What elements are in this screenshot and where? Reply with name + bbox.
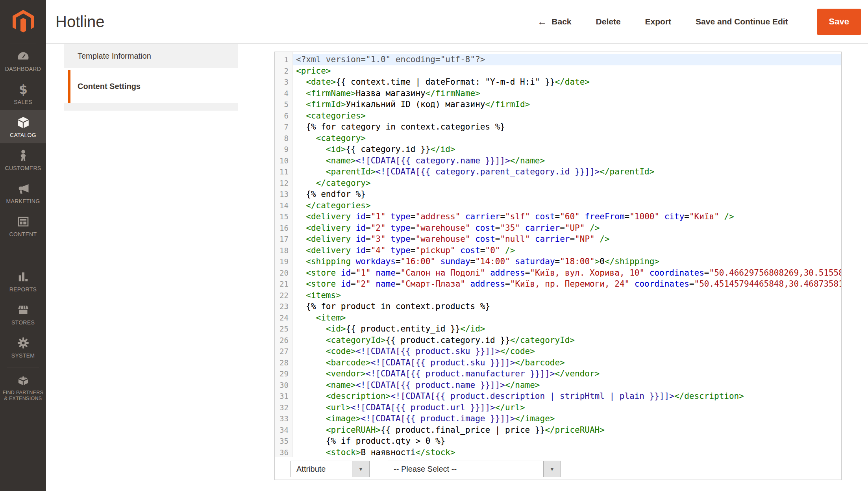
code-line[interactable]: <name><![CDATA[{{ category.name }}]]></n… [293,155,841,167]
line-number: 28 [275,357,292,369]
code-line[interactable]: <delivery id="4" type="pickup" cost="0" … [293,245,841,256]
code-line[interactable]: {% endfor %} [293,189,841,200]
line-number: 2 [275,65,292,77]
code-line[interactable]: {% if product.qty > 0 %} [293,435,841,447]
code-line[interactable]: <date>{{ context.time | dateFormat: "Y-m… [293,76,841,88]
code-line[interactable]: <price> [293,65,841,77]
tab-label: Template Information [78,52,151,61]
page-title: Hotline [56,13,105,31]
delete-button-label: Delete [596,17,621,26]
line-number: 33 [275,413,292,424]
sidebar-item-dashboard[interactable]: DASHBOARD [0,44,46,77]
export-button[interactable]: Export [645,17,672,26]
code-line[interactable]: <categoryId>{{ product.category.id }}</c… [293,335,841,346]
save-and-continue-button[interactable]: Save and Continue Edit [696,17,788,26]
sidebar-item-marketing[interactable]: MARKETING [0,176,46,209]
code-line[interactable]: <firmName>Назва магазину</firmName> [293,88,841,99]
gauge-icon [16,49,30,63]
megaphone-icon [16,182,30,196]
line-number: 17 [275,233,292,245]
line-number: 20 [275,267,292,279]
code-line[interactable]: <?xml version="1.0" encoding="utf-8"?> [293,54,841,65]
line-number: 22 [275,290,292,301]
svg-text:$: $ [19,82,28,96]
back-button[interactable]: ←Back [537,17,571,26]
tab-content-settings[interactable]: Content Settings [64,70,238,103]
code-line[interactable]: <description><![CDATA[{{ product.descrip… [293,391,841,402]
code-line[interactable]: <item> [293,312,841,324]
sidebar-item-catalog[interactable]: CATALOG [0,110,46,143]
code-area[interactable]: 1234567891011121314151617181920212223242… [275,52,841,458]
magento-logo[interactable] [0,0,46,43]
line-number: 9 [275,144,292,155]
line-number: 36 [275,447,292,458]
code-line[interactable]: <shipping workdays="16:00" sunday="14:00… [293,256,841,267]
code-line[interactable]: <url><![CDATA[{{ product.url }}]]></url> [293,402,841,413]
code-line[interactable]: </category> [293,178,841,189]
code-line[interactable]: <store id="1" name="Салон на Подолі" add… [293,267,841,279]
code-line[interactable]: <parentId><![CDATA[{{ category.parent_ca… [293,166,841,178]
gear-icon [16,336,30,350]
code-line[interactable]: {% for category in context.categories %} [293,121,841,133]
code-line[interactable]: <name><![CDATA[{{ product.name }}]]></na… [293,380,841,391]
code-line[interactable]: <delivery id="3" type="warehouse" cost="… [293,233,841,245]
code-line[interactable]: <priceRUAH>{{ product.final_price | pric… [293,424,841,436]
sidebar: DASHBOARD$SALESCATALOGCUSTOMERSMARKETING… [0,0,46,491]
sidebar-item-content[interactable]: CONTENT [0,209,46,243]
sidebar-item-system[interactable]: SYSTEM [0,331,46,364]
magento-logo-icon [11,9,36,34]
code-line[interactable]: <delivery id="1" type="address" carrier=… [293,211,841,222]
sidebar-item-stores[interactable]: STORES [0,298,46,331]
line-number: 25 [275,323,292,335]
code-line[interactable]: <stock>В наявності</stock> [293,447,841,458]
select-please-select-value: -- Please Select -- [388,461,544,477]
code-line[interactable]: <category> [293,133,841,144]
sidebar-item-label: CONTENT [9,232,37,237]
delete-button[interactable]: Delete [596,17,621,26]
chevron-down-icon[interactable]: ▼ [543,461,561,477]
header: Hotline ←BackDeleteExportSave and Contin… [46,0,868,44]
code-line[interactable]: </categories> [293,200,841,211]
sidebar-divider [7,367,39,367]
sidebar-item-find-partners[interactable]: FIND PARTNERS & EXTENSIONS [0,371,46,404]
code-line[interactable]: <items> [293,290,841,301]
line-number: 32 [275,402,292,413]
save-button[interactable]: Save [817,9,861,35]
code-line[interactable]: <firmId>Унікальний ID (код) магазину</fi… [293,99,841,110]
code-lines: <?xml version="1.0" encoding="utf-8"?><p… [293,52,841,458]
line-number: 31 [275,391,292,402]
sidebar-item-label: CATALOG [10,132,36,138]
line-number: 21 [275,278,292,290]
code-line[interactable]: <delivery id="2" type="warehouse" cost="… [293,222,841,234]
code-line[interactable]: <barcode><![CDATA[{{ product.sku }}]]></… [293,357,841,369]
line-number: 7 [275,121,292,133]
box-icon [16,115,30,130]
select-attribute[interactable]: Attribute▼ [291,461,370,477]
tab-template-information[interactable]: Template Information [64,44,238,68]
code-line[interactable]: <store id="2" name="Смарт-Плаза" address… [293,278,841,290]
code-line[interactable]: <vendor><![CDATA[{{ product.manufacturer… [293,368,841,380]
code-line[interactable]: <id>{{ product.entity_id }}</id> [293,323,841,335]
line-number: 14 [275,200,292,211]
storefront-icon [16,303,30,317]
chevron-down-icon[interactable]: ▼ [352,461,370,477]
sidebar-item-label: MARKETING [6,198,40,204]
line-number: 26 [275,335,292,346]
select-please-select[interactable]: -- Please Select --▼ [388,461,561,477]
code-line[interactable]: <image><![CDATA[{{ product.image }}]]></… [293,413,841,424]
save-button-label: Save [829,17,849,27]
line-number: 30 [275,380,292,391]
code-line[interactable]: <id>{{ category.id }}</id> [293,144,841,155]
tab-label: Content Settings [78,82,141,91]
line-number: 29 [275,368,292,380]
sidebar-item-label: REPORTS [9,287,37,293]
app: DASHBOARD$SALESCATALOGCUSTOMERSMARKETING… [0,0,868,491]
line-number: 12 [275,178,292,189]
sidebar-item-reports[interactable]: REPORTS [0,265,46,298]
code-line[interactable]: {% for product in context.products %} [293,301,841,312]
code-line[interactable]: <code><![CDATA[{{ product.sku }}]]></cod… [293,346,841,357]
sidebar-item-customers[interactable]: CUSTOMERS [0,143,46,176]
code-line[interactable]: <categories> [293,110,841,122]
sidebar-item-sales[interactable]: $SALES [0,77,46,110]
select-attribute-value: Attribute [291,461,352,477]
